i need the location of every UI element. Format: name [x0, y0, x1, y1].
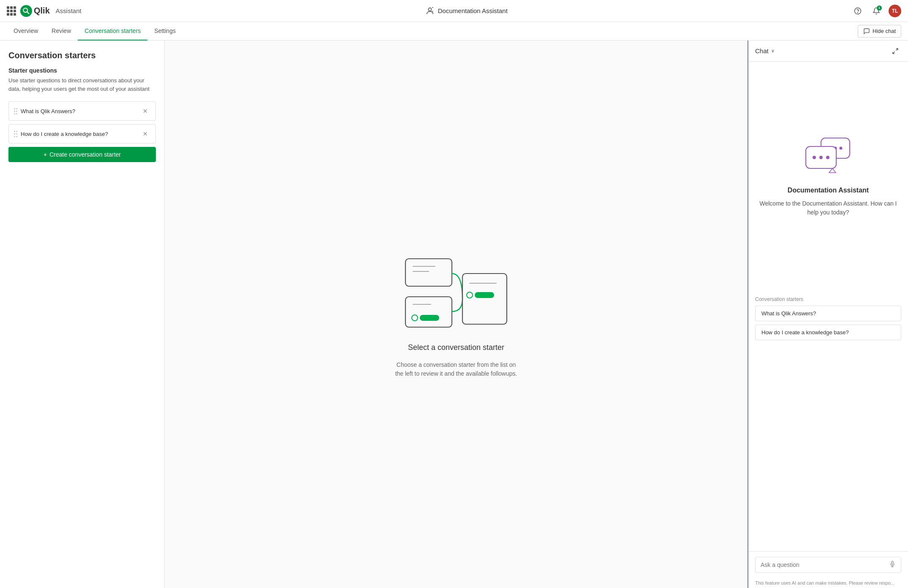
mic-icon[interactable] — [889, 561, 896, 569]
sidebar-description: Use starter questions to direct conversa… — [8, 76, 156, 93]
svg-point-23 — [813, 156, 816, 159]
user-avatar[interactable]: TL — [889, 5, 901, 17]
tab-bar: Overview Review Conversation starters Se… — [0, 22, 908, 41]
svg-rect-15 — [475, 292, 494, 298]
sidebar-panel: Conversation starters Starter questions … — [0, 41, 165, 588]
chat-body: Documentation Assistant Welcome to the D… — [748, 62, 908, 290]
top-bar-center: Documentation Assistant — [87, 6, 846, 16]
svg-line-16 — [896, 49, 898, 51]
chat-input-box — [755, 557, 901, 573]
chat-panel: Chat ∨ — [748, 41, 908, 588]
center-content: Select a conversation starter Choose a c… — [165, 41, 748, 588]
sidebar-section-title: Starter questions — [8, 67, 156, 74]
assistant-icon — [425, 6, 435, 16]
svg-point-21 — [840, 146, 843, 149]
tab-settings[interactable]: Settings — [147, 22, 182, 41]
qlik-logo-circle — [20, 5, 32, 17]
chat-title-dropdown[interactable]: Chat ∨ — [755, 47, 775, 54]
svg-rect-12 — [462, 274, 507, 324]
tab-conversation-starters[interactable]: Conversation starters — [78, 22, 147, 41]
apps-grid-icon[interactable] — [7, 6, 16, 16]
chat-starters-section: Conversation starters What is Qlik Answe… — [748, 290, 908, 344]
qlik-logo-text: Qlik — [34, 6, 50, 16]
svg-line-1 — [27, 11, 29, 14]
create-conversation-starter-button[interactable]: + Create conversation starter — [8, 147, 156, 162]
starter-text-1: What is Qlik Answers? — [21, 108, 137, 114]
drag-handle-2[interactable] — [14, 131, 17, 137]
assistant-name-label: Documentation Assistant — [438, 7, 508, 14]
app-title: Assistant — [56, 7, 82, 14]
chat-assistant-illustration — [801, 135, 856, 178]
svg-point-25 — [826, 156, 829, 159]
starter-text-2: How do I create a knowledge base? — [21, 131, 137, 137]
svg-point-10 — [412, 315, 418, 321]
remove-starter-1-button[interactable]: ✕ — [140, 106, 150, 116]
expand-chat-button[interactable] — [889, 45, 901, 57]
chat-assistant-name: Documentation Assistant — [788, 187, 869, 194]
chat-disclaimer: This feature uses AI and can make mistak… — [748, 578, 908, 588]
tab-overview[interactable]: Overview — [7, 22, 45, 41]
svg-rect-26 — [892, 561, 893, 564]
svg-rect-8 — [405, 297, 452, 327]
help-icon-button[interactable] — [851, 5, 864, 17]
chat-input[interactable] — [761, 561, 886, 568]
center-description: Choose a conversation starter from the l… — [393, 360, 519, 378]
create-btn-plus-icon: + — [43, 151, 47, 158]
tab-bar-right: Hide chat — [858, 25, 901, 38]
chat-input-area — [748, 551, 908, 578]
bell-icon-button[interactable]: 1 — [870, 5, 883, 17]
tab-review[interactable]: Review — [45, 22, 78, 41]
svg-line-17 — [893, 51, 895, 54]
chat-icon — [863, 28, 870, 35]
svg-point-24 — [819, 156, 823, 159]
qlik-logo[interactable]: Qlik — [20, 5, 50, 17]
sidebar-title: Conversation starters — [8, 51, 156, 60]
create-btn-label: Create conversation starter — [49, 151, 121, 158]
top-bar-right: 1 TL — [851, 5, 901, 17]
main-layout: Conversation starters Starter questions … — [0, 41, 908, 588]
center-illustration — [397, 250, 515, 335]
remove-starter-2-button[interactable]: ✕ — [140, 129, 150, 139]
top-bar-left: Qlik Assistant — [7, 5, 82, 17]
chat-starters-label: Conversation starters — [755, 296, 901, 302]
chat-starter-pill-2[interactable]: How do I create a knowledge base? — [755, 325, 901, 340]
chat-starter-pill-1[interactable]: What is Qlik Answers? — [755, 306, 901, 321]
svg-point-14 — [467, 292, 473, 298]
svg-rect-5 — [405, 259, 452, 286]
center-title: Select a conversation starter — [408, 343, 504, 352]
chevron-down-icon: ∨ — [771, 48, 775, 54]
drag-handle-1[interactable] — [14, 108, 17, 114]
chat-welcome-message: Welcome to the Documentation Assistant. … — [758, 199, 898, 217]
hide-chat-button[interactable]: Hide chat — [858, 25, 901, 38]
starter-item-2[interactable]: How do I create a knowledge base? ✕ — [8, 124, 156, 144]
starter-item-1[interactable]: What is Qlik Answers? ✕ — [8, 101, 156, 121]
top-bar: Qlik Assistant Documentation Assistant 1 — [0, 0, 908, 22]
notification-badge: 1 — [877, 5, 882, 11]
svg-point-2 — [428, 8, 431, 11]
hide-chat-label: Hide chat — [873, 28, 896, 34]
chat-title: Chat — [755, 47, 769, 54]
chat-header: Chat ∨ — [748, 41, 908, 62]
svg-rect-11 — [420, 315, 439, 321]
